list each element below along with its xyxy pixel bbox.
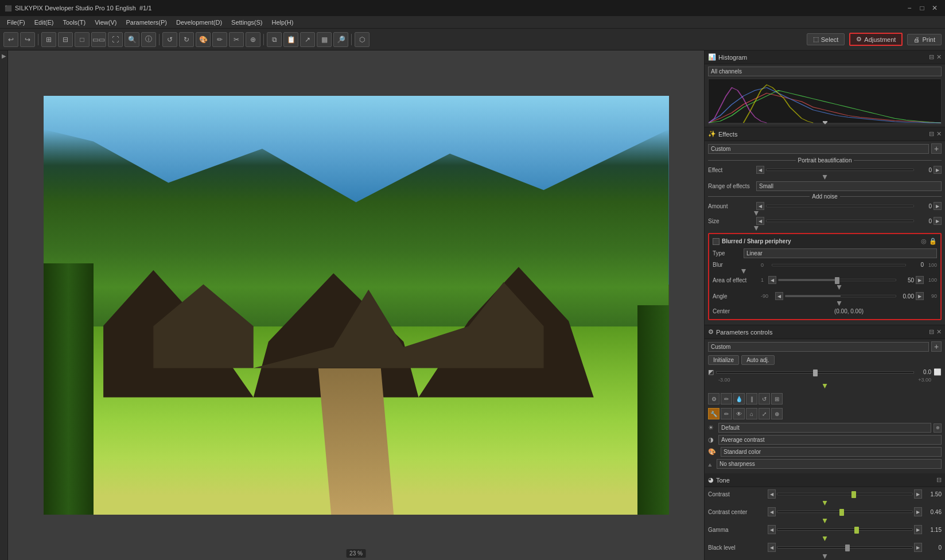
area-thumb-handle[interactable] [835, 277, 839, 284]
menu-view[interactable]: View(V) [90, 18, 121, 27]
param-gear-icon[interactable]: ⚙ [708, 393, 720, 405]
tb-color[interactable]: 🎨 [196, 32, 211, 47]
noise-size-decrement[interactable]: ◀ [756, 217, 764, 225]
bsp-area-track[interactable] [778, 279, 896, 281]
contrast-center-track[interactable] [777, 511, 913, 513]
light-source-dropdown[interactable]: Default [718, 423, 931, 433]
contrast-type-dropdown[interactable]: Average contrast [718, 435, 942, 445]
bsp-angle-increment[interactable]: ▶ [916, 292, 924, 300]
params-close[interactable]: ✕ [936, 328, 942, 336]
canvas-area[interactable]: 23 % [8, 50, 704, 560]
black-level-decrement[interactable]: ◀ [768, 543, 776, 552]
tone-contrast-decrement[interactable]: ◀ [768, 489, 776, 499]
noise-amount-track[interactable] [766, 205, 914, 207]
menu-settings[interactable]: Settings(S) [227, 18, 267, 27]
param-stamp-icon[interactable]: ⌂ [746, 408, 757, 419]
bsp-area-increment[interactable]: ▶ [916, 276, 924, 284]
histogram-controls[interactable]: ⊟ ✕ [929, 53, 942, 61]
histogram-channel-select[interactable]: All channels [708, 67, 942, 76]
param-rotate-icon[interactable]: ↺ [759, 393, 770, 405]
params-expand[interactable]: ⊟ [929, 328, 934, 336]
tb-paste[interactable]: 📋 [283, 32, 298, 47]
exposure-track[interactable] [716, 371, 914, 374]
black-level-track[interactable] [777, 546, 913, 549]
effects-preset-dropdown[interactable]: Custom [708, 144, 929, 154]
menu-parameters[interactable]: Parameters(P) [121, 18, 172, 27]
menu-tools[interactable]: Tools(T) [58, 18, 90, 27]
tone-controls[interactable]: ⊟ [936, 476, 942, 484]
tb-white-balance[interactable]: ⬡ [355, 32, 370, 47]
effects-expand[interactable]: ⊟ [929, 130, 934, 138]
bsp-checkbox[interactable] [713, 238, 720, 245]
tb-zoom[interactable]: 🔍 [125, 32, 139, 47]
tb-export[interactable]: ↗ [300, 32, 315, 47]
tb-select[interactable]: ⊕ [246, 32, 260, 47]
bsp-angle-track[interactable] [785, 295, 896, 297]
params-preset-dropdown[interactable]: Custom [708, 342, 929, 352]
tb-rotate-l[interactable]: ↺ [162, 32, 177, 47]
auto-adj-button[interactable]: Auto adj. [741, 355, 774, 365]
param-pencil-icon[interactable]: ✏ [721, 408, 732, 419]
histogram-close[interactable]: ✕ [936, 53, 942, 61]
noise-size-increment[interactable]: ▶ [934, 217, 942, 225]
tb-single[interactable]: □ [75, 32, 90, 47]
effect-track[interactable] [766, 169, 914, 171]
contrast-center-increment[interactable]: ▶ [914, 507, 922, 516]
effect-increment[interactable]: ▶ [934, 166, 942, 174]
bsp-lock-icon[interactable]: 🔒 [929, 238, 937, 245]
color-dropdown[interactable]: Standard color [721, 447, 942, 457]
print-button[interactable]: 🖨 Print [907, 34, 942, 45]
noise-amount-decrement[interactable]: ◀ [756, 202, 764, 210]
param-active-icon[interactable]: 🔧 [708, 408, 720, 419]
gamma-increment[interactable]: ▶ [914, 525, 922, 534]
effect-decrement[interactable]: ◀ [756, 166, 764, 174]
left-panel-arrow[interactable]: ▶ [2, 53, 6, 59]
tb-adjust[interactable]: ✏ [212, 32, 227, 47]
param-extra-icon[interactable]: ⊕ [771, 408, 783, 419]
tb-info[interactable]: ⓘ [141, 32, 156, 47]
noise-amount-increment[interactable]: ▶ [934, 202, 942, 210]
tone-contrast-thumb[interactable] [851, 491, 856, 498]
tone-contrast-track[interactable] [777, 493, 913, 495]
tb-split[interactable]: ⊟ [58, 32, 73, 47]
gamma-thumb[interactable] [854, 527, 859, 534]
menu-help[interactable]: Help(H) [267, 18, 298, 27]
sharpness-dropdown[interactable]: No sharpness [717, 459, 942, 469]
light-extra-btn[interactable]: ⊕ [934, 423, 942, 433]
bsp-blur-track[interactable] [772, 264, 906, 266]
black-level-increment[interactable]: ▶ [914, 543, 922, 552]
bsp-settings-icon[interactable]: ◎ [921, 238, 927, 245]
black-level-thumb[interactable] [845, 545, 850, 551]
tb-rotate-r[interactable]: ↻ [179, 32, 194, 47]
effects-add-button[interactable]: + [931, 143, 942, 154]
param-layers-icon[interactable]: ⊞ [771, 393, 783, 405]
histogram-expand[interactable]: ⊟ [929, 53, 934, 61]
tb-dual[interactable]: ▭▭ [91, 32, 106, 47]
params-controls-icons[interactable]: ⊟ ✕ [929, 328, 942, 336]
tb-crop[interactable]: ✂ [229, 32, 244, 47]
tb-redo[interactable]: ↪ [20, 32, 35, 47]
menu-development[interactable]: Development(D) [172, 18, 227, 27]
bsp-type-dropdown[interactable]: Linear [744, 248, 937, 258]
param-drop-icon[interactable]: 💧 [733, 393, 745, 405]
param-bars-icon[interactable]: ∥ [746, 393, 757, 405]
gamma-track[interactable] [777, 528, 913, 531]
close-button[interactable]: ✕ [929, 2, 940, 14]
effects-controls[interactable]: ⊟ ✕ [929, 130, 942, 138]
select-button[interactable]: ⬚ Select [807, 33, 845, 45]
tb-grid[interactable]: ⊞ [41, 32, 56, 47]
menu-file[interactable]: File(F) [2, 18, 30, 27]
exposure-thumb[interactable] [813, 370, 818, 376]
tb-loupe[interactable]: 🔎 [333, 32, 348, 47]
menu-edit[interactable]: Edit(E) [30, 18, 59, 27]
gamma-decrement[interactable]: ◀ [768, 525, 776, 534]
effects-close[interactable]: ✕ [936, 130, 942, 138]
maximize-button[interactable]: □ [916, 2, 928, 14]
initialize-button[interactable]: Initialize [708, 355, 739, 365]
noise-size-track[interactable] [766, 220, 914, 222]
tb-batch[interactable]: ▦ [317, 32, 332, 47]
param-pen-icon[interactable]: ✏ [721, 393, 732, 405]
tone-contrast-increment[interactable]: ▶ [914, 489, 922, 499]
contrast-center-decrement[interactable]: ◀ [768, 507, 776, 516]
params-add-button[interactable]: + [931, 341, 942, 352]
